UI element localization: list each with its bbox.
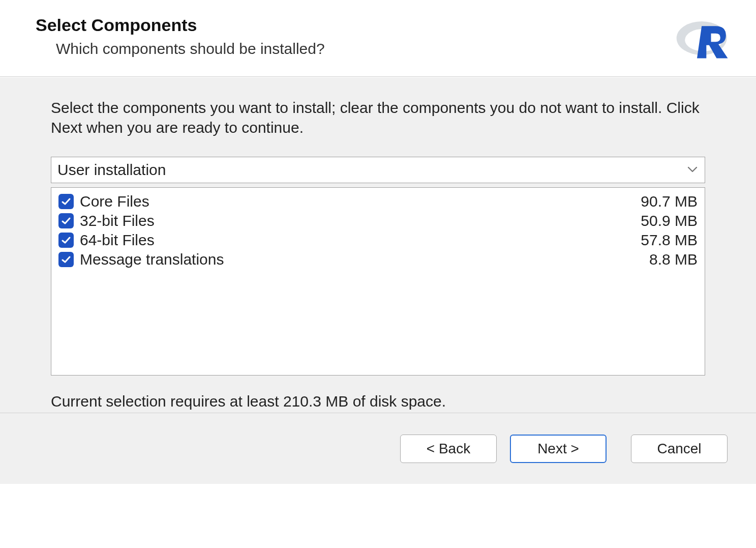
component-label: 32-bit Files <box>80 212 155 229</box>
component-label: Core Files <box>80 193 149 210</box>
checkbox-message-translations[interactable] <box>58 252 74 267</box>
page-subtitle: Which components should be installed? <box>56 40 659 57</box>
disk-space-text: Current selection requires at least 210.… <box>51 393 705 410</box>
installation-type-value: User installation <box>57 161 166 179</box>
component-label: Message translations <box>80 251 224 268</box>
component-size: 57.8 MB <box>641 232 698 249</box>
back-button[interactable]: < Back <box>400 435 497 463</box>
chevron-down-icon <box>687 164 698 176</box>
wizard-header-text: Select Components Which components shoul… <box>36 15 659 57</box>
next-button[interactable]: Next > <box>510 435 607 463</box>
component-size: 50.9 MB <box>641 212 698 229</box>
list-item: 32-bit Files 50.9 MB <box>56 211 700 230</box>
r-logo-icon <box>675 15 731 61</box>
wizard-body: Select the components you want to instal… <box>0 77 756 413</box>
wizard-header: Select Components Which components shoul… <box>0 0 756 77</box>
cancel-button[interactable]: Cancel <box>631 435 728 463</box>
list-item: Message translations 8.8 MB <box>56 250 700 269</box>
component-size: 8.8 MB <box>649 251 698 268</box>
instructions-text: Select the components you want to instal… <box>51 98 705 137</box>
component-label: 64-bit Files <box>80 232 155 249</box>
checkbox-64-bit-files[interactable] <box>58 233 74 248</box>
component-size: 90.7 MB <box>641 193 698 210</box>
wizard-button-bar: < Back Next > Cancel <box>0 413 756 484</box>
list-item: Core Files 90.7 MB <box>56 192 700 211</box>
components-list[interactable]: Core Files 90.7 MB 32-bit Files 50.9 MB … <box>51 187 705 376</box>
page-title: Select Components <box>36 15 659 35</box>
list-item: 64-bit Files 57.8 MB <box>56 230 700 250</box>
checkbox-32-bit-files[interactable] <box>58 213 74 228</box>
installation-type-select[interactable]: User installation <box>51 157 705 183</box>
checkbox-core-files[interactable] <box>58 194 74 209</box>
